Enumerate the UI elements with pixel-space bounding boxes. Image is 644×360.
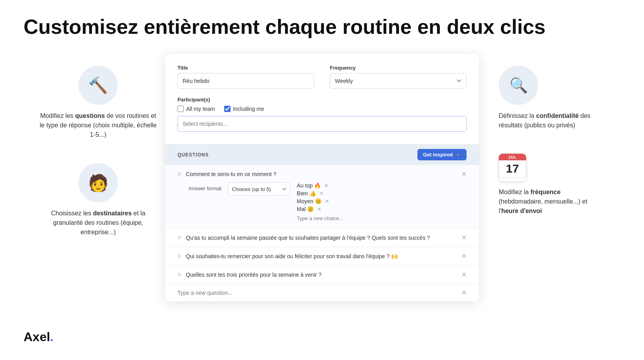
question-main-line: ≡ Comment te sens-tu en ce moment ? ✕ — [177, 171, 467, 178]
person-icon: 🧑 — [79, 163, 118, 202]
card-top: Title Frequency Weekly Daily Monthly Par… — [165, 54, 479, 144]
participants-label: Participant(s) — [177, 97, 467, 103]
answer-format-label: Answer format — [188, 182, 221, 191]
search-icon: 🔍 — [499, 66, 538, 105]
drag-handle-icon[interactable]: ≡ — [177, 234, 181, 241]
brand-name: Axel — [24, 330, 50, 344]
question-main-line: ≡ Quelles sont tes trois priorités pour … — [177, 271, 467, 278]
new-question-row: ✕ — [165, 284, 479, 301]
remove-question-button[interactable]: ✕ — [461, 171, 467, 177]
choice-text: Bien 👍 — [297, 190, 316, 197]
right-sidebar-item-frequency: JUL 17 Modifiez la fréquence (hebdomadai… — [487, 154, 605, 216]
checkbox-including-me-label: Including me — [233, 106, 264, 112]
choice-item: Mal 😟 ✕ — [297, 206, 360, 212]
right-sidebar-item-privacy: 🔍 Définissez la confidentialité des résu… — [487, 66, 605, 130]
question-row: ≡ Qu'as tu accompli la semaine passée qu… — [165, 229, 479, 247]
questions-title: QUESTIONS — [177, 152, 209, 158]
left-sidebar-item-recipients: 🧑 Choisissez les destinataires et la gra… — [39, 163, 157, 237]
page-heading: Customisez entièrement chaque routine en… — [0, 0, 644, 54]
title-group: Title — [177, 65, 314, 89]
calendar-day: 17 — [499, 160, 526, 178]
choice-item: Moyen 😐 ✕ — [297, 198, 360, 204]
drag-handle-icon[interactable]: ≡ — [177, 271, 181, 278]
remove-choice-button[interactable]: ✕ — [319, 191, 324, 196]
right-sidebar: 🔍 Définissez la confidentialité des résu… — [487, 54, 605, 216]
participants-row: Participant(s) All my team Including me — [177, 97, 467, 132]
remove-choice-button[interactable]: ✕ — [317, 206, 322, 212]
choice-item: Au top 🔥 ✕ — [297, 182, 360, 189]
questions-header: QUESTIONS Get inspired 🔸 — [165, 144, 479, 165]
checkboxes: All my team Including me — [177, 106, 467, 112]
form-card: Title Frequency Weekly Daily Monthly Par… — [165, 54, 479, 301]
brand-dot: . — [50, 330, 54, 344]
choice-text: Moyen 😐 — [297, 198, 322, 204]
new-question-input[interactable] — [177, 290, 457, 296]
choices-list: Au top 🔥 ✕ Bien 👍 ✕ Moyen 😐 ✕ Mal � — [297, 182, 360, 223]
frequency-select[interactable]: Weekly Daily Monthly — [330, 73, 467, 89]
drag-handle-icon[interactable]: ≡ — [177, 171, 181, 178]
question-row: ≡ Qui souhaites-tu remercier pour son ai… — [165, 247, 479, 266]
choice-text: Au top 🔥 — [297, 182, 321, 189]
question-row: ≡ Quelles sont tes trois priorités pour … — [165, 266, 479, 284]
remove-choice-button[interactable]: ✕ — [324, 183, 329, 188]
checkbox-all-my-team[interactable]: All my team — [177, 106, 215, 112]
questions-list: ≡ Comment te sens-tu en ce moment ? ✕ An… — [165, 165, 479, 301]
checkbox-all-my-team-input[interactable] — [177, 106, 184, 112]
checkbox-all-my-team-label: All my team — [186, 106, 215, 112]
hammer-icon: 🔨 — [79, 66, 118, 105]
get-inspired-button[interactable]: Get inspired 🔸 — [417, 149, 467, 160]
choice-text: Mal 😟 — [297, 206, 314, 212]
calendar-icon: JUL 17 — [499, 154, 526, 181]
left-sidebar: 🔨 Modifiez les questions de vos routines… — [39, 54, 157, 237]
right-sidebar-text-1: Définissez la confidentialité des résult… — [499, 111, 605, 130]
left-sidebar-text-1: Modifiez les questions de vos routines e… — [39, 111, 157, 140]
question-text: Comment te sens-tu en ce moment ? — [186, 171, 457, 177]
frequency-group: Frequency Weekly Daily Monthly — [330, 65, 467, 89]
drag-handle-icon[interactable]: ≡ — [177, 253, 181, 260]
checkbox-including-me-input[interactable] — [224, 106, 231, 112]
answer-format-select[interactable]: Choices (up to 5) Scale 1-5 Free text — [228, 182, 291, 196]
title-frequency-row: Title Frequency Weekly Daily Monthly — [177, 65, 467, 89]
lightning-icon: 🔸 — [455, 152, 461, 158]
remove-question-button[interactable]: ✕ — [461, 253, 467, 259]
question-main-line: ≡ Qu'as tu accompli la semaine passée qu… — [177, 234, 467, 241]
remove-question-button[interactable]: ✕ — [461, 272, 467, 278]
left-sidebar-text-2: Choisissez les destinataires et la granu… — [39, 209, 157, 237]
new-choice-input[interactable] — [297, 214, 360, 223]
question-row: ≡ Comment te sens-tu en ce moment ? ✕ An… — [165, 165, 479, 229]
choice-item: Bien 👍 ✕ — [297, 190, 360, 197]
title-label: Title — [177, 65, 314, 71]
question-text: Qui souhaites-tu remercier pour son aide… — [186, 253, 457, 259]
get-inspired-label: Get inspired — [423, 152, 453, 158]
content-area: 🔨 Modifiez les questions de vos routines… — [0, 54, 644, 301]
new-choice-row — [297, 214, 360, 223]
right-sidebar-text-2: Modifiez la fréquence (hebdomadaire, men… — [499, 187, 605, 216]
question-text: Quelles sont tes trois priorités pour la… — [186, 272, 457, 278]
question-text: Qu'as tu accompli la semaine passée que … — [186, 235, 457, 241]
left-sidebar-item-questions: 🔨 Modifiez les questions de vos routines… — [39, 66, 157, 140]
frequency-label: Frequency — [330, 65, 467, 71]
remove-question-button[interactable]: ✕ — [461, 235, 467, 241]
remove-new-question-button[interactable]: ✕ — [461, 290, 467, 296]
brand: Axel. — [24, 330, 53, 344]
calendar-month: JUL — [499, 154, 526, 160]
title-input[interactable] — [177, 73, 314, 89]
remove-choice-button[interactable]: ✕ — [325, 198, 329, 204]
question-main-line: ≡ Qui souhaites-tu remercier pour son ai… — [177, 253, 467, 260]
recipients-input[interactable] — [177, 116, 467, 132]
checkbox-including-me[interactable]: Including me — [224, 106, 264, 112]
answer-format-row: Answer format Choices (up to 5) Scale 1-… — [188, 182, 467, 223]
